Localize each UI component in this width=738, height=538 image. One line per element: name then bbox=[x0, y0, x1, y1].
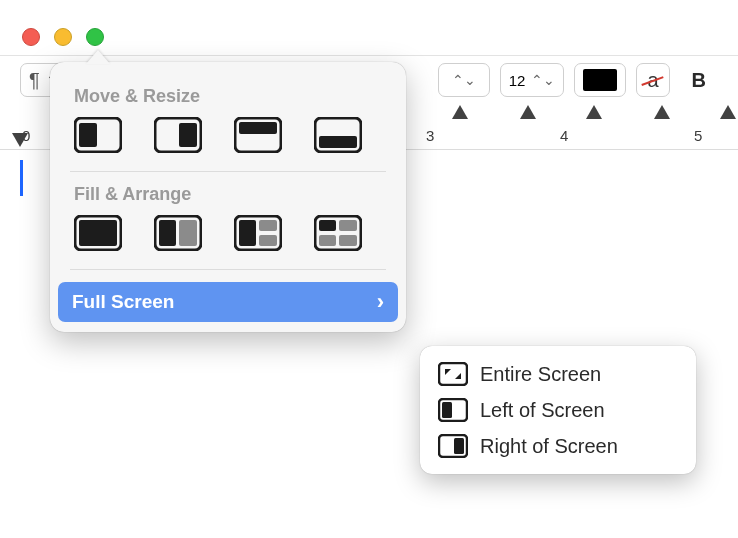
svg-rect-26 bbox=[442, 402, 452, 418]
ruler-indent-marker[interactable] bbox=[12, 133, 28, 147]
font-size-button[interactable]: 12 ⌃⌄ bbox=[500, 63, 565, 97]
tile-left-half-icon[interactable] bbox=[74, 117, 122, 153]
zoom-window-button[interactable] bbox=[86, 28, 104, 46]
chevron-right-icon: › bbox=[377, 289, 384, 315]
tile-right-half-icon[interactable] bbox=[154, 117, 202, 153]
ruler-tab-marker[interactable] bbox=[520, 105, 536, 119]
ruler-label: 4 bbox=[560, 127, 568, 144]
bold-icon: B bbox=[688, 69, 710, 92]
text-color-button[interactable] bbox=[574, 63, 626, 97]
full-screen-submenu: Entire Screen Left of Screen Right of Sc… bbox=[420, 346, 696, 474]
left-of-screen-icon bbox=[438, 398, 468, 422]
popover-pointer bbox=[86, 50, 110, 64]
fill-screen-icon[interactable] bbox=[74, 215, 122, 251]
svg-rect-28 bbox=[454, 438, 464, 454]
svg-rect-7 bbox=[319, 136, 357, 148]
chevron-updown-icon: ⌃⌄ bbox=[452, 72, 476, 88]
color-swatch-icon bbox=[583, 69, 617, 91]
submenu-label: Right of Screen bbox=[480, 435, 618, 458]
tile-top-half-icon[interactable] bbox=[234, 117, 282, 153]
arrange-left-right-icon[interactable] bbox=[154, 215, 202, 251]
right-of-screen-icon bbox=[438, 434, 468, 458]
submenu-right-of-screen[interactable]: Right of Screen bbox=[426, 428, 690, 464]
section-title-move-resize: Move & Resize bbox=[74, 86, 382, 107]
submenu-label: Entire Screen bbox=[480, 363, 601, 386]
svg-rect-1 bbox=[79, 123, 97, 147]
svg-rect-12 bbox=[179, 220, 197, 246]
tile-bottom-half-icon[interactable] bbox=[314, 117, 362, 153]
full-screen-menu-item[interactable]: Full Screen › bbox=[58, 282, 398, 322]
svg-rect-19 bbox=[339, 220, 357, 231]
ruler-tab-marker[interactable] bbox=[586, 105, 602, 119]
fill-arrange-row bbox=[50, 215, 406, 257]
strikethrough-button[interactable]: a bbox=[636, 63, 669, 97]
ruler-tab-marker[interactable] bbox=[720, 105, 736, 119]
arrange-left-and-quarters-icon[interactable] bbox=[234, 215, 282, 251]
ruler-label: 5 bbox=[694, 127, 702, 144]
minimize-window-button[interactable] bbox=[54, 28, 72, 46]
window-traffic-lights bbox=[22, 28, 104, 46]
svg-rect-16 bbox=[259, 235, 277, 246]
move-resize-row bbox=[50, 117, 406, 159]
section-title-fill-arrange: Fill & Arrange bbox=[74, 184, 382, 205]
arrange-quarters-icon[interactable] bbox=[314, 215, 362, 251]
svg-rect-9 bbox=[79, 220, 117, 246]
submenu-entire-screen[interactable]: Entire Screen bbox=[426, 356, 690, 392]
svg-rect-15 bbox=[259, 220, 277, 231]
svg-rect-21 bbox=[339, 235, 357, 246]
font-family-button[interactable]: ⌃⌄ bbox=[438, 63, 490, 97]
strikethrough-icon: a bbox=[645, 69, 660, 92]
text-cursor bbox=[20, 160, 23, 196]
submenu-label: Left of Screen bbox=[480, 399, 605, 422]
svg-rect-14 bbox=[239, 220, 256, 246]
ruler-tab-marker[interactable] bbox=[452, 105, 468, 119]
ruler-label: 3 bbox=[426, 127, 434, 144]
full-screen-label: Full Screen bbox=[72, 291, 174, 313]
close-window-button[interactable] bbox=[22, 28, 40, 46]
chevron-updown-icon: ⌃⌄ bbox=[531, 72, 555, 88]
font-size-value: 12 bbox=[509, 72, 526, 89]
ruler-tab-marker[interactable] bbox=[654, 105, 670, 119]
divider bbox=[70, 269, 386, 270]
submenu-left-of-screen[interactable]: Left of Screen bbox=[426, 392, 690, 428]
bold-button[interactable]: B bbox=[680, 64, 718, 96]
svg-rect-5 bbox=[239, 122, 277, 134]
divider bbox=[70, 171, 386, 172]
svg-rect-3 bbox=[179, 123, 197, 147]
entire-screen-icon bbox=[438, 362, 468, 386]
window-tile-popover: Move & Resize Fill & Arrange Full bbox=[50, 62, 406, 332]
svg-rect-20 bbox=[319, 235, 336, 246]
svg-rect-11 bbox=[159, 220, 176, 246]
svg-rect-18 bbox=[319, 220, 336, 231]
pilcrow-icon: ¶ bbox=[29, 69, 40, 92]
